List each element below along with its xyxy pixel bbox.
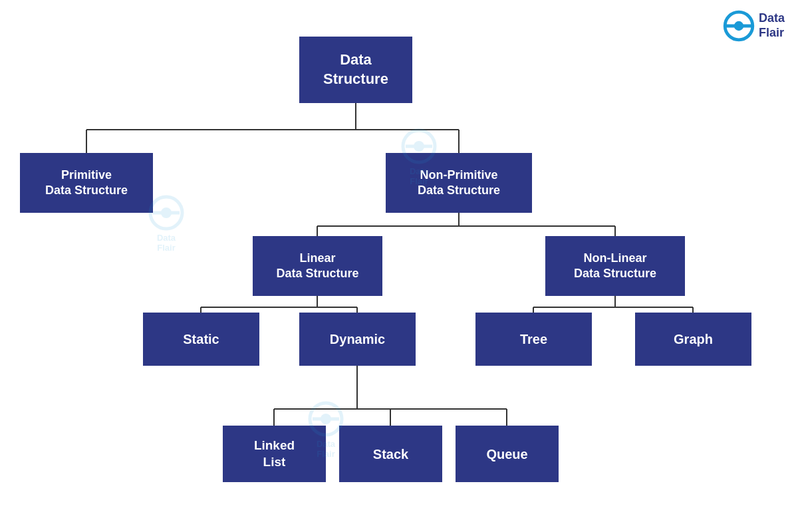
svg-point-21 bbox=[150, 197, 182, 229]
node-linked-list: Linked List bbox=[223, 426, 326, 482]
node-tree: Tree bbox=[475, 313, 592, 366]
node-root: Data Structure bbox=[299, 37, 412, 103]
svg-point-22 bbox=[161, 207, 172, 218]
node-static: Static bbox=[143, 313, 259, 366]
node-linear: Linear Data Structure bbox=[253, 236, 382, 296]
node-non-primitive: Non-Primitive Data Structure bbox=[386, 153, 532, 213]
svg-point-28 bbox=[321, 414, 331, 424]
node-dynamic: Dynamic bbox=[299, 313, 416, 366]
node-primitive: Primitive Data Structure bbox=[20, 153, 153, 213]
logo-flair-label: Flair bbox=[759, 26, 785, 41]
logo: Data Flair bbox=[723, 10, 785, 42]
logo-text: Data Flair bbox=[759, 11, 785, 40]
logo-data-label: Data bbox=[759, 11, 785, 26]
node-graph: Graph bbox=[635, 313, 751, 366]
svg-point-25 bbox=[414, 141, 424, 152]
node-queue: Queue bbox=[456, 426, 559, 482]
logo-icon bbox=[723, 10, 755, 42]
node-stack: Stack bbox=[339, 426, 442, 482]
node-non-linear: Non-Linear Data Structure bbox=[545, 236, 685, 296]
diagram-container: Data Structure Primitive Data Structure … bbox=[0, 0, 798, 532]
